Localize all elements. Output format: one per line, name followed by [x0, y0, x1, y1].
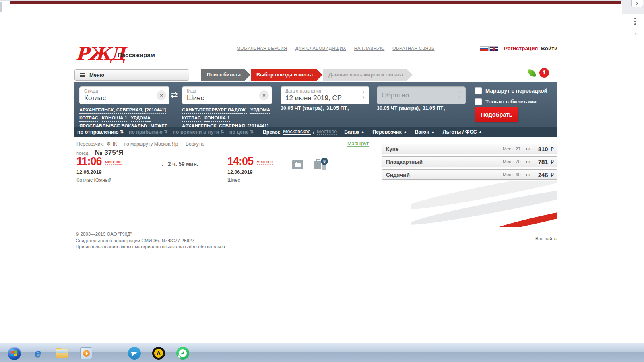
quick-date-link[interactable]: 30.05 ЧТ (завтра) [377, 105, 419, 111]
sort-by-price[interactable]: по цене⇅ [229, 129, 254, 135]
class-name: Плацкартный [382, 159, 503, 165]
filter-toggle[interactable]: Вагон▲ [415, 129, 435, 135]
quick-date-link[interactable]: 31.05 ПТ [326, 105, 347, 111]
spinner-down-icon[interactable]: ▼ [360, 95, 367, 100]
header-links: МОБИЛЬНАЯ ВЕРСИЯДЛЯ СЛАБОВИДЯЩИХНА ГЛАВН… [237, 46, 462, 51]
station-suggestion-link[interactable]: УРДОМА [131, 114, 151, 122]
side-strip-divider [622, 41, 644, 41]
all-sites-link[interactable]: Все сайты [535, 236, 557, 241]
time-mode-moscow[interactable]: Московское [283, 129, 311, 135]
language-flag-en[interactable] [489, 46, 498, 51]
collapse-arrow-icon: ▲ [404, 130, 407, 134]
time-mode-label: Время: [263, 129, 281, 135]
from-label: Откуда [84, 88, 98, 93]
filter-toggle[interactable]: Перевозчик▲ [372, 129, 407, 135]
filter-toggle[interactable]: Льготы / ФСС▲ [443, 129, 482, 135]
whatsapp-icon[interactable] [174, 346, 192, 360]
browser-tab-stub[interactable] [0, 2, 2, 12]
class-seats: Мест: 70 [503, 159, 520, 164]
quick-date-link[interactable]: 31.05 ПТ [423, 105, 443, 111]
checkbox-icon[interactable] [475, 98, 482, 105]
return-quick-dates: 30.05 ЧТ (завтра),31.05 ПТ, [377, 105, 447, 111]
header-link[interactable]: НА ГЛАВНУЮ [354, 46, 385, 51]
arrival-station[interactable]: Шиес [227, 177, 240, 183]
class-price: 781 [538, 158, 548, 165]
departure-station[interactable]: Котлас Южный [76, 177, 111, 183]
quick-date: 31.05 ПТ, [423, 105, 447, 111]
language-flag-ru[interactable] [480, 46, 489, 51]
header-link[interactable]: МОБИЛЬНАЯ ВЕРСИЯ [237, 46, 287, 51]
find-trains-button[interactable]: Подобрать [475, 107, 518, 122]
class-row[interactable]: Купе Мест: 27 от 810 ₽ [382, 144, 557, 154]
sort-by-duration[interactable]: по времени в пути⇅ [173, 129, 224, 135]
start-button[interactable] [5, 346, 23, 360]
to-input[interactable]: Куда Шиес × [182, 86, 272, 104]
overflow-menu-icon[interactable] [634, 18, 636, 26]
spinner-down-icon[interactable]: ▼ [456, 95, 463, 100]
step-search-ticket[interactable]: Поиск билета [201, 69, 245, 81]
file-explorer-icon[interactable] [53, 346, 71, 360]
quick-date-link[interactable]: 30.05 ЧТ (завтра) [281, 105, 322, 111]
sort-by-departure[interactable]: по отправлению⇅ [77, 129, 124, 135]
footer-divider [74, 226, 528, 226]
arrival-timezone[interactable]: местное [257, 159, 273, 165]
clear-to-icon[interactable]: × [259, 90, 269, 100]
login-link[interactable]: Войти [541, 45, 557, 51]
class-seats: Мест: 60 [503, 172, 520, 177]
info-icon[interactable]: i [539, 68, 549, 78]
depart-date-input[interactable]: Дата отправления 12 июня 2019, СР ▲ ▼ [281, 86, 369, 104]
internet-explorer-icon[interactable]: e [29, 346, 47, 360]
station-suggestion-link[interactable]: АРХАНГЕЛЬСК, СЕВЕРНАЯ, [2010441] [79, 106, 166, 114]
from-input[interactable]: Откуда Котлас × [79, 86, 169, 104]
spinner-up-icon[interactable]: ▲ [456, 90, 463, 95]
media-player-icon[interactable] [77, 346, 95, 360]
windows-taskbar: e A RU ▲ 9:16 29.05.2019 [0, 343, 644, 362]
return-date-spinner[interactable]: ▲ ▼ [456, 90, 463, 100]
class-from-label: от [526, 146, 530, 151]
station-suggestion-link[interactable]: САНКТ-ПЕТЕРБУРГ ЛАДОЖ. [182, 106, 247, 114]
eco-leaf-icon[interactable] [528, 68, 537, 78]
station-suggestion-link[interactable]: КОНОША 1 [102, 114, 127, 122]
class-row[interactable]: Сидячий Мест: 60 от 246 ₽ [382, 169, 557, 180]
chevron-right-icon[interactable]: › [634, 30, 637, 38]
class-row[interactable]: Плацкартный Мест: 70 от 781 ₽ [382, 156, 557, 167]
arrival-block: 14:05 местное 12.06.2019 Шиес [227, 155, 273, 183]
station-suggestion-link[interactable]: КОТЛАС [79, 114, 98, 122]
browser-theme-bar [10, 1, 621, 4]
departure-timezone[interactable]: местное [105, 159, 122, 165]
register-link[interactable]: Регистрация [504, 45, 538, 51]
date-spinner[interactable]: ▲ ▼ [360, 90, 367, 100]
tab-counter-badge[interactable]: 3 [631, 0, 643, 7]
arrow-right-icon: → [158, 160, 164, 167]
class-name: Купе [382, 146, 503, 152]
arrival-date: 12.06.2019 [227, 169, 273, 175]
route-details-link[interactable]: Маршрут [347, 141, 369, 147]
header-link[interactable]: ДЛЯ СЛАБОВИДЯЩИХ [295, 46, 346, 51]
station-suggestion-link[interactable]: КОТЛАС [182, 114, 201, 122]
checkbox-icon[interactable] [475, 87, 482, 94]
aimp-icon[interactable]: A [150, 346, 167, 360]
step-select-train[interactable]: Выбор поезда и места [251, 69, 317, 81]
step-passenger-data[interactable]: Данные пассажиров и оплата [323, 69, 407, 81]
station-suggestion-link[interactable]: КОНОША 1 [204, 114, 230, 122]
telegram-icon[interactable] [126, 346, 143, 360]
checkbox-transfer-route[interactable]: Маршрут с пересадкой [475, 87, 547, 94]
filter-toggle[interactable]: Багаж▲ [344, 129, 364, 135]
station-suggestion-link[interactable]: УРДОМА [250, 106, 270, 114]
return-date-input[interactable]: Обратно ▲ ▼ [377, 86, 466, 104]
swap-stations-icon[interactable]: ⇄ [171, 90, 178, 100]
header-link[interactable]: ОБРАТНАЯ СВЯЗЬ [392, 46, 434, 51]
time-mode-local[interactable]: Местное [317, 129, 337, 135]
baggage-service-icon[interactable] [292, 160, 303, 169]
sort-by-arrival[interactable]: по прибытию⇅ [129, 129, 168, 135]
rzd-logo[interactable]: РЖД [76, 44, 124, 64]
luggage-icon[interactable]: 8 [312, 160, 328, 171]
checkbox-only-with-tickets[interactable]: Только с билетами [475, 98, 537, 105]
spinner-up-icon[interactable]: ▲ [360, 90, 367, 95]
quick-date: 30.05 ЧТ (завтра), [377, 105, 423, 111]
class-seats: Мест: 27 [503, 146, 520, 151]
ruble-sign: ₽ [551, 159, 554, 165]
menu-button[interactable]: Меню [74, 69, 189, 81]
clear-from-icon[interactable]: × [157, 90, 166, 100]
luggage-count-badge: 8 [321, 158, 328, 165]
